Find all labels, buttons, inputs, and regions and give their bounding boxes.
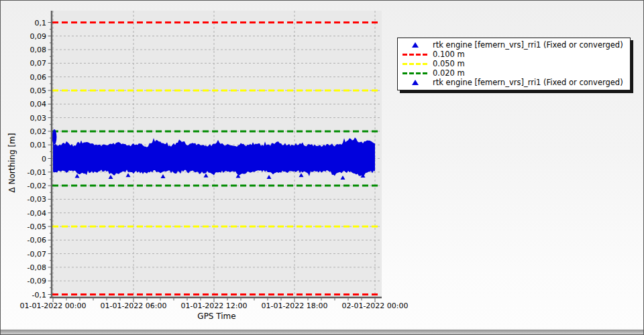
legend-item-label: 0.050 m: [433, 59, 465, 68]
y-tick-label: 0,05: [30, 86, 47, 95]
y-tick-label: -0,01: [28, 168, 46, 177]
y-tick-label: -0,09: [28, 277, 46, 285]
legend-dash-icon: [402, 72, 428, 74]
x-tick-label: 01-01-2022 12:00: [180, 302, 247, 310]
y-tick-label: -0,1: [32, 291, 46, 299]
legend-dash-icon: [402, 63, 428, 65]
legend-marker: [398, 42, 433, 48]
y-tick-label: 0,02: [30, 127, 47, 136]
x-tick-label: 01-01-2022 18:00: [261, 302, 327, 310]
legend-triangle-icon: [412, 42, 419, 48]
x-tick-label: 01-01-2022 06:00: [100, 302, 166, 310]
legend-item-label: 0.100 m: [433, 50, 465, 59]
y-tick-label: 0,07: [30, 59, 47, 68]
startup-cluster: [52, 129, 57, 145]
y-tick-label: 0,1: [35, 19, 47, 27]
chart-window: 0,10,090,080,070,060,050,040,030,020,010…: [0, 0, 644, 335]
y-tick-label: 0: [42, 155, 46, 163]
y-tick-label: -0,08: [28, 263, 46, 272]
y-tick-label: 0,06: [30, 73, 47, 82]
legend-marker: [398, 54, 433, 56]
legend-item-label: rtk engine [femern_vrs]_rri1 (Fixed or c…: [433, 78, 623, 87]
legend-marker: [398, 63, 433, 65]
y-tick-label: -0,02: [28, 182, 46, 190]
y-axis-ticks: [48, 23, 52, 295]
y-axis-title: Δ Northing [m]: [7, 125, 18, 200]
y-tick-label: 0,09: [30, 32, 47, 41]
legend-item: 0.050 m: [398, 59, 623, 68]
legend-triangle-icon: [412, 80, 419, 85]
legend-item: 0.100 m: [398, 50, 623, 59]
legend-item: rtk engine [femern_vrs]_rri1 (Fixed or c…: [398, 40, 623, 50]
x-axis-title: GPS Time: [52, 312, 382, 321]
y-tick-label: -0,04: [28, 209, 46, 218]
legend-marker: [398, 72, 433, 74]
legend-item: 0.020 m: [398, 68, 623, 78]
legend-item-label: 0.020 m: [433, 68, 465, 78]
legend-marker: [398, 80, 433, 85]
legend-item-label: rtk engine [femern_vrs]_rri1 (Fixed or c…: [433, 40, 623, 50]
y-tick-label: -0,07: [28, 250, 46, 259]
y-tick-label: 0,03: [30, 114, 47, 123]
window-bottom-edge: [1, 329, 643, 334]
y-tick-label: -0,03: [28, 195, 46, 204]
y-tick-label: 0,08: [30, 46, 47, 54]
x-tick-label: 01-01-2022 00:00: [19, 302, 86, 310]
legend-item: rtk engine [femern_vrs]_rri1 (Fixed or c…: [398, 78, 623, 87]
y-tick-label: -0,05: [28, 222, 46, 231]
y-tick-label: 0,01: [30, 141, 47, 149]
y-tick-label: -0,06: [28, 236, 46, 245]
legend: rtk engine [femern_vrs]_rri1 (Fixed or c…: [397, 38, 631, 90]
legend-dash-icon: [402, 54, 428, 56]
y-tick-label: 0,04: [30, 100, 47, 109]
x-tick-label: 02-01-2022 00:00: [341, 302, 408, 310]
